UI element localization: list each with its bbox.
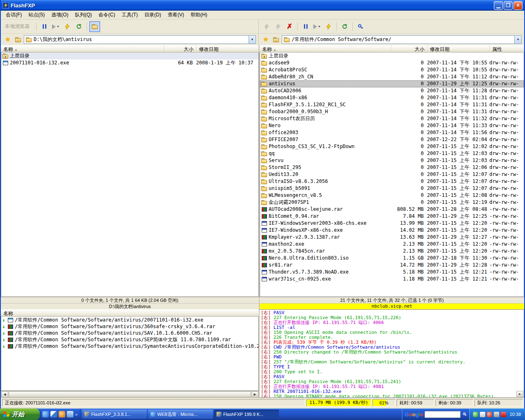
remote-up-dir-button[interactable] — [272, 35, 281, 44]
folder-row[interactable]: antivirus02007-11-29 上午 12:25drw-rw-rw- — [260, 80, 524, 87]
column-header-attr[interactable]: 属性 — [490, 45, 524, 52]
transfer-button[interactable]: ▼ — [50, 21, 61, 32]
folder-row[interactable]: Servu02007-11-15 上午 12:03drw-rw-rw- — [260, 157, 524, 164]
folder-row[interactable]: qq02007-11-15 上午 12:03drw-rw-rw- — [260, 150, 524, 157]
quick-launch-mail-icon[interactable] — [67, 411, 73, 418]
minimize-button[interactable]: ▁ — [494, 1, 503, 10]
identity-button[interactable] — [355, 21, 366, 32]
refresh-button[interactable] — [73, 21, 84, 32]
menu-item-5[interactable]: 工具(T) — [119, 11, 141, 19]
menu-item-2[interactable]: 选项(O) — [48, 11, 71, 19]
remote-path-combobox[interactable]: /常用软件/Common Software/Software/ ▼ — [282, 35, 522, 44]
menu-item-3[interactable]: 队列(Q) — [72, 11, 95, 19]
queue-item[interactable]: ↓/常用软件/Common Software/Software/antiviru… — [1, 330, 258, 336]
column-header-name[interactable]: 名称▲ — [260, 45, 391, 52]
folder-row[interactable]: StormII_29502007-11-15 上午 12:06drw-rw-rw… — [260, 164, 524, 171]
queue-item[interactable]: ↓/常用软件/Common Software/Software/antiviru… — [1, 323, 258, 330]
task-button-2[interactable]: FlashFXP 199.9 K... — [214, 410, 279, 419]
file-row[interactable]: IE7-WindowsXP-x86-chs.exe14.02 MB2007-11… — [260, 227, 524, 234]
abort-button[interactable]: ✗ — [284, 21, 295, 32]
folder-row[interactable]: Uedit13.2002007-11-15 上午 12:07drw-rw-rw- — [260, 171, 524, 178]
quick-launch-media-icon[interactable] — [59, 411, 65, 418]
folder-row[interactable]: acdsee902007-11-14 下午 10:55drw-rw-rw- — [260, 59, 524, 66]
folder-row[interactable]: unispim5_b509102007-11-15 上午 12:07drw-rw… — [260, 185, 524, 192]
folder-row[interactable]: Microsoft农历日历02007-11-14 下午 11:32drw-rw-… — [260, 115, 524, 122]
queue-item[interactable]: ↓/常用软件/Common Software/Software/antiviru… — [1, 343, 258, 349]
quick-launch-browser-icon[interactable] — [42, 411, 49, 418]
column-header-size[interactable]: 大小 — [391, 45, 427, 52]
menu-item-1[interactable]: 站点(S) — [25, 11, 48, 19]
tray-security-icon[interactable] — [487, 412, 492, 417]
folder-row[interactable]: 金山词霸2007SP102007-11-15 上午 12:19drw-rw-rw… — [260, 199, 524, 206]
local-up-dir-button[interactable] — [14, 35, 23, 44]
file-row[interactable]: Thunder.v5.7.3.389.NoAD.exe5.18 MB2007-1… — [260, 269, 524, 276]
file-row[interactable]: Kmplayer-v2.9.3.1387.rar13.63 MB2007-11-… — [260, 234, 524, 241]
tray-volume-icon[interactable] — [494, 412, 499, 417]
local-path-dropdown-button[interactable]: ▼ — [249, 36, 256, 43]
task-button-1[interactable]: WEB迅雷 - Micros... — [148, 410, 213, 419]
quick-launch-overflow-icon[interactable]: » — [75, 412, 78, 417]
folder-row[interactable]: AdbeRdr80_zh_CN02007-11-14 下午 11:12drw-r… — [260, 73, 524, 80]
folder-row[interactable]: Acrobat8ProSC02007-11-14 下午 10:55drw-rw-… — [260, 66, 524, 73]
menu-item-0[interactable]: 会话(F) — [2, 11, 25, 19]
column-header-date[interactable]: 修改日期 — [427, 45, 490, 52]
scrollbar-thumb[interactable] — [9, 391, 251, 397]
folder-view-button[interactable] — [89, 21, 100, 32]
file-row[interactable]: 20071101-016-i32.exe64 KB2008-1-19 上午 10… — [1, 59, 258, 66]
queue-item[interactable]: ↓/常用软件/Common Software/Software/antiviru… — [1, 317, 258, 323]
queue-column-header[interactable]: 名称 — [1, 309, 259, 317]
column-header-date[interactable]: 修改日期 — [196, 45, 259, 52]
task-button-0[interactable]: FlashFXP_3.3.8.1... — [82, 410, 147, 419]
file-row[interactable]: IE7-WindowsServer2003-x86-chs.exe13.99 M… — [260, 220, 524, 227]
folder-row[interactable]: Nero02007-11-14 下午 11:33drw-rw-rw- — [260, 122, 524, 129]
file-row[interactable]: mx_2.0.5.7845cn.rar2.13 MB2007-11-15 上午 … — [260, 248, 524, 255]
tray-messenger-icon[interactable] — [473, 412, 478, 417]
parent-dir-row[interactable]: 上层目录 — [260, 52, 524, 59]
local-path-combobox[interactable]: D:\我的文档\antivirus ▼ — [24, 35, 256, 44]
connect-site-button[interactable] — [261, 21, 272, 32]
tray-help-icon[interactable] — [480, 412, 485, 417]
folder-row[interactable]: UltraISO-v8.6.3.205602007-11-15 上午 12:07… — [260, 178, 524, 185]
scroll-right-icon[interactable]: ▶ — [251, 391, 258, 397]
remote-connect-button[interactable] — [323, 21, 334, 32]
remote-bookmark-button[interactable]: ★ — [261, 35, 270, 44]
folder-row[interactable]: FlashFXP_3.5.1.1202_RC1_SC02007-11-14 下午… — [260, 101, 524, 108]
tray-ime-icon[interactable] — [501, 412, 506, 417]
folder-row[interactable]: AutoCAD200602007-11-14 下午 11:28drw-rw-rw… — [260, 87, 524, 94]
column-header-name[interactable]: 名称▲ — [1, 45, 164, 52]
local-bookmark-button[interactable]: ★ — [3, 35, 12, 44]
remote-path-dropdown-button[interactable]: ▼ — [514, 36, 521, 43]
file-row[interactable]: Nero.8.Ultra.Edition803.iso1.15 GB2007-1… — [260, 255, 524, 262]
close-button[interactable]: × — [514, 1, 523, 10]
queue-item[interactable]: ↓/常用软件/Common Software/Software/antiviru… — [1, 336, 258, 343]
folder-row[interactable]: Photoshop_CS3_SC_V1.2-FtpDown02007-11-15… — [260, 143, 524, 150]
file-row[interactable]: wrar371sc_cn-0925.exe1.18 MB2007-11-15 上… — [260, 276, 524, 283]
log-scroll-right-icon[interactable]: ▶ — [516, 391, 523, 397]
file-row[interactable]: AUTOcad2008sc-leejune.rar808.52 MB2007-1… — [260, 206, 524, 213]
search-magnifier-icon[interactable]: 🔍︎ — [462, 412, 467, 417]
menu-item-8[interactable]: 帮助(H) — [187, 11, 211, 19]
column-header-size[interactable]: 大小 — [164, 45, 196, 52]
folder-row[interactable]: WLMessengercn_v8.502007-11-15 上午 12:08dr… — [260, 192, 524, 199]
folder-row[interactable]: OFFICE200702007-12-22 下午 02:04drw-rw-rw- — [260, 136, 524, 143]
connect-button[interactable] — [62, 21, 73, 32]
menu-item-7[interactable]: 查看(V) — [164, 11, 187, 19]
parent-dir-row[interactable]: 上层目录 — [1, 52, 258, 59]
remote-refresh-button[interactable] — [339, 21, 350, 32]
quick-connect-button[interactable] — [273, 21, 283, 32]
file-row[interactable]: maxthon2.exe2.13 MB2007-11-15 上午 12:20-r… — [260, 241, 524, 248]
remote-pause-button[interactable] — [300, 21, 311, 32]
file-row[interactable]: sr81.rar14.72 MB2007-11-29 上午 12:28-rw-r… — [260, 262, 524, 269]
maximize-button[interactable]: ❐ — [504, 1, 513, 10]
quick-launch-desktop-icon[interactable] — [50, 411, 57, 418]
pause-button[interactable] — [39, 21, 50, 32]
remote-transfer-button[interactable]: ▼ — [312, 21, 322, 32]
queue-horizontal-scrollbar[interactable]: ◀ ▶ — [1, 391, 259, 398]
start-button[interactable]: 开始 — [0, 409, 40, 420]
folder-row[interactable]: foobar2000_0.950b3_H02007-11-14 下午 11:31… — [260, 108, 524, 115]
google-search-input[interactable] — [425, 411, 461, 418]
menu-item-4[interactable]: 命令(C) — [95, 11, 119, 19]
folder-row[interactable]: office200302007-11-14 下午 11:56drw-rw-rw- — [260, 129, 524, 136]
file-row[interactable]: BitComet_0.94.rar7.84 MB2007-11-29 上午 12… — [260, 213, 524, 220]
folder-row[interactable]: daemon410-x8602007-11-14 下午 11:31drw-rw-… — [260, 94, 524, 101]
